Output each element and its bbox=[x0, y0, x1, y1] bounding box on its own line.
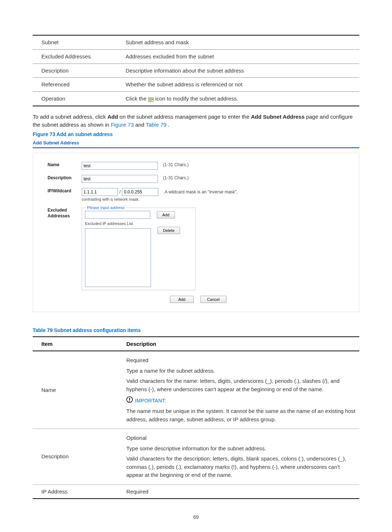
description-label: Description bbox=[48, 175, 82, 181]
ip-wildcard-label: IP/Wildcard bbox=[48, 188, 82, 194]
subnet-config-table: Item Description Name Required Type a na… bbox=[33, 336, 359, 499]
row-description-item: Description bbox=[33, 64, 117, 78]
figure-link[interactable]: Figure 73 bbox=[111, 122, 134, 128]
svg-rect-4 bbox=[129, 398, 130, 400]
form-cancel-button[interactable]: Cancel bbox=[200, 296, 226, 303]
row-operation-desc-after: icon to modify the subnet address. bbox=[155, 95, 238, 102]
name-label: Name bbox=[48, 162, 82, 168]
add-excluded-button[interactable]: Add bbox=[157, 211, 175, 218]
modify-icon bbox=[148, 97, 154, 102]
svg-rect-2 bbox=[148, 100, 151, 102]
wildcard-subhint: contrasting with a network mask. bbox=[82, 197, 238, 202]
row-description-desc: Descriptive information about the subnet… bbox=[117, 64, 359, 78]
cfg-ip-item: IP Address bbox=[33, 484, 118, 499]
row-operation-item: Operation bbox=[33, 92, 117, 106]
row-excluded-item: Excluded Addresses bbox=[33, 49, 117, 64]
important-label: IMPORTANT: bbox=[135, 397, 166, 404]
row-excluded-desc: Addresses excluded from the subnet bbox=[117, 49, 359, 64]
row-referenced-desc: Whether the subnet address is referenced… bbox=[117, 78, 359, 92]
row-operation-desc-before: Click the bbox=[126, 95, 148, 102]
page-number: 69 bbox=[33, 513, 359, 521]
cfg-description-item: Description bbox=[33, 429, 118, 485]
excluded-addresses-fieldset: Please input address Add Excluded IP add… bbox=[82, 208, 196, 290]
excluded-list-label: Excluded IP addresses List bbox=[85, 221, 192, 227]
table-link[interactable]: Table 79 bbox=[146, 122, 167, 128]
excluded-address-input[interactable] bbox=[85, 211, 150, 219]
form-add-button[interactable]: Add bbox=[170, 296, 194, 303]
excluded-list[interactable] bbox=[85, 228, 151, 287]
add-subnet-form: Name (1-31 Chars.) Description (1-31 Cha… bbox=[33, 153, 359, 312]
cfg-description-desc: Optional Type some descriptive informati… bbox=[118, 429, 359, 485]
cfg-header-item: Item bbox=[33, 337, 118, 351]
row-subnet-item: Subnet bbox=[33, 35, 117, 49]
cfg-name-item: Name bbox=[33, 351, 118, 429]
table-caption: Table 79 Subnet address configuration it… bbox=[33, 327, 359, 334]
instruction-paragraph: To add a subnet address, click Add on th… bbox=[33, 113, 359, 129]
name-hint: (1-31 Chars.) bbox=[163, 162, 189, 168]
delete-excluded-button[interactable]: Delete bbox=[158, 227, 180, 234]
subnet-fields-table: Subnet Subnet address and mask Excluded … bbox=[33, 35, 359, 106]
cfg-ip-desc: Required bbox=[118, 484, 359, 499]
excluded-addresses-label: Excluded Addresses bbox=[48, 208, 82, 219]
important-icon bbox=[126, 396, 133, 405]
slash-label: / bbox=[119, 189, 121, 195]
svg-point-5 bbox=[129, 401, 130, 402]
description-hint: (1-31 Chars.) bbox=[163, 175, 189, 181]
row-subnet-desc: Subnet address and mask bbox=[117, 35, 359, 49]
svg-rect-1 bbox=[151, 98, 154, 99]
cfg-header-desc: Description bbox=[118, 337, 359, 351]
screenshot-title: Add Subnet Address bbox=[33, 140, 359, 148]
svg-rect-0 bbox=[148, 98, 151, 99]
ip-input[interactable] bbox=[82, 188, 118, 196]
row-operation-desc: Click the icon to modify the subnet addr… bbox=[117, 92, 359, 106]
name-input[interactable] bbox=[82, 162, 158, 170]
description-input[interactable] bbox=[82, 175, 158, 183]
cfg-name-desc: Required Type a name for the subnet addr… bbox=[118, 351, 359, 429]
fieldset-legend: Please input address bbox=[86, 205, 126, 211]
row-referenced-item: Referenced bbox=[33, 78, 117, 92]
figure-caption: Figure 73 Add an subnet address bbox=[33, 131, 359, 138]
wildcard-hint: .A wildcard mask is an "inverse mask", bbox=[163, 189, 238, 195]
wildcard-input[interactable] bbox=[122, 188, 158, 196]
